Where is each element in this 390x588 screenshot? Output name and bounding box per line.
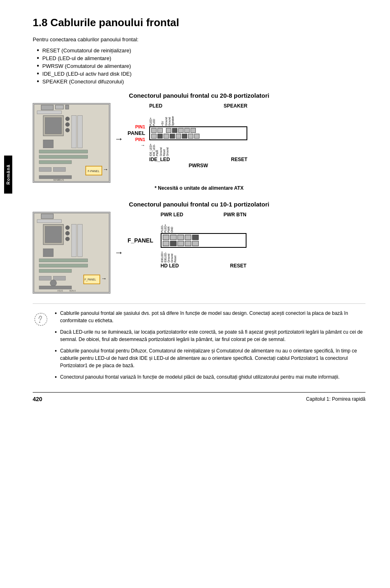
arrow-indicator-10: → [114, 247, 123, 258]
svg-point-30 [65, 231, 69, 236]
list-item: • SPEAKER (Conectorul difuzorului) [37, 79, 365, 85]
connector-detail-20: PIN1 PANEL PIN1 → PLED SPEAKER [128, 103, 247, 168]
page-title: 1.8 Cablurile panoului frontal [33, 16, 365, 29]
conn-top-row-box [149, 126, 247, 140]
vlabel: PLED [152, 110, 155, 126]
ide-vlabels: IDE_LED+ IDE_LED- PWR Ground Reset Groun… [149, 141, 169, 156]
pin-cell [178, 128, 184, 133]
note-text: Conectorul panoului frontal variază în f… [60, 373, 340, 381]
svg-rect-38 [39, 276, 52, 280]
pin-cell [157, 128, 163, 133]
pin1-label-bottom: PIN1 [135, 137, 145, 142]
pin-cell [170, 235, 177, 240]
vlabel: Speaker [171, 110, 174, 126]
side-language-tab: Română [4, 155, 13, 193]
connector-10-detail: PWR LED PWR BTN PLED- PLED+ PWR GND [161, 212, 247, 269]
svg-rect-1 [41, 105, 54, 110]
pin-cell [192, 235, 199, 240]
svg-rect-2 [55, 105, 63, 109]
conn10-top-labels: PWR LED PWR BTN [161, 212, 247, 218]
bullet-dot: • [37, 47, 39, 54]
pin-cell [172, 128, 177, 133]
note-text: Dacă LED-urile nu se iluminează, iar loc… [60, 328, 365, 343]
conn10-row-bottom [163, 241, 244, 246]
svg-rect-32 [72, 224, 76, 257]
ide-led-label: IDE_LED [149, 157, 170, 162]
svg-point-7 [65, 117, 69, 121]
bullet-text: PLED (LED-ul de alimentare) [43, 55, 111, 61]
svg-text:M2N-X: M2N-X [69, 290, 76, 292]
svg-rect-33 [78, 224, 83, 257]
note-dot: • [55, 347, 57, 355]
hd-led-label: HD LED [161, 263, 179, 269]
vlabel: PLED+ [164, 218, 167, 233]
conn10-top-vlabels: PLED- PLED+ PWR GND [161, 218, 247, 233]
notes-list: • Cablurile panoului frontal ale șasiulu… [55, 310, 365, 386]
svg-point-47 [39, 322, 40, 323]
section-title-10: Conectorul panoului frontal cu 10-1 port… [33, 201, 365, 208]
arrow-to-conn: → [141, 143, 145, 148]
svg-rect-34 [43, 249, 54, 257]
svg-rect-13 [39, 150, 88, 153]
pin-cell [185, 241, 191, 246]
arrow-indicator-20: → [114, 134, 123, 144]
bullet-text: PWRSW (Comutatorul de alimentare) [43, 63, 131, 69]
note-item: • Dacă LED-urile nu se iluminează, iar l… [55, 328, 365, 343]
svg-rect-16 [39, 167, 52, 171]
pin-cell [177, 235, 184, 240]
pin-cell [166, 128, 171, 133]
svg-rect-21 [39, 175, 72, 179]
vlabel: Reset [174, 248, 177, 263]
note-item: • Cablurile panoului frontal ale șasiulu… [55, 310, 365, 324]
vlabel: Ground [167, 248, 170, 263]
vlabel: PWR [167, 218, 170, 233]
arrow-right-icon: → [114, 134, 123, 144]
note-text: Cablurile panoului frontal pentru Difuzo… [60, 347, 365, 369]
pwr-btn-label: PWR BTN [224, 212, 247, 218]
svg-text:→: → [101, 275, 107, 282]
panel-arrow-wrap: PIN1 PANEL PIN1 → [128, 124, 145, 148]
pin-cell [151, 134, 157, 139]
section-title-20: Conectorul panoului frontal cu 20-8 port… [33, 92, 365, 99]
svg-rect-36 [39, 264, 88, 267]
intro-text: Pentru conectarea cablurilor panoului fr… [33, 36, 365, 43]
bullet-text: SPEAKER (Conectorul difuzorului) [43, 79, 124, 85]
svg-rect-26 [37, 220, 61, 223]
atx-note: * Necesită o unitate de alimentare ATX [33, 185, 365, 191]
svg-rect-3 [65, 105, 69, 109]
svg-text:F-PANEL: F-PANEL [88, 170, 100, 173]
page-footer: 420 Capitolul 1: Pornirea rapidă [33, 392, 365, 402]
pin-cell [176, 134, 181, 139]
svg-point-8 [65, 123, 69, 127]
bottom-vlabels: IDE_LED+ IDE_LED- PWR Ground Reset Groun… [149, 141, 247, 156]
svg-text:F_PANEL: F_PANEL [85, 278, 96, 281]
section-10-1: Conectorul panoului frontal cu 10-1 port… [33, 201, 365, 294]
section-20-8: Conectorul panoului frontal cu 20-8 port… [33, 92, 365, 191]
vlabel: IDE_LED+ [149, 141, 152, 156]
note-item: • Cablurile panoului frontal pentru Difu… [55, 347, 365, 369]
pin-cell [192, 241, 199, 246]
svg-rect-28 [45, 227, 62, 243]
note-dot: • [55, 328, 57, 337]
connector-20-detail: PLED SPEAKER PLED+ PLED [149, 103, 247, 168]
reset-label-20: RESET [231, 157, 247, 162]
pwrsw-label: PWRSW [149, 163, 247, 168]
side-label-text: Română [4, 155, 12, 193]
chapter-label: Capitolul 1: Pornirea rapidă [306, 396, 365, 402]
svg-rect-10 [72, 116, 76, 148]
vlabel: IDE_LED- [152, 141, 155, 156]
conn-bottom-section-labels: IDE_LED RESET [149, 157, 247, 162]
pin-cell [177, 241, 184, 246]
bullet-dot: • [37, 70, 39, 77]
list-item: • IDE_LED (LED-ul activ hard disk IDE) [37, 71, 365, 77]
page: Română 1.8 Cablurile panoului frontal Pe… [0, 0, 390, 419]
note-dot: • [55, 373, 57, 382]
list-item: • PLED (LED-ul de alimentare) [37, 55, 365, 61]
svg-rect-12 [43, 140, 54, 148]
diagram-20-wrap: F-PANEL → ASUS M2N-X → PIN1 PANEL [33, 103, 365, 183]
svg-rect-14 [39, 155, 88, 159]
f-panel-label: F_PANEL [128, 237, 153, 244]
speaker-vlabels: +5V Ground Ground Speaker [161, 110, 174, 126]
vlabel: Ground [165, 110, 168, 126]
vlabel: Ground [159, 141, 162, 156]
